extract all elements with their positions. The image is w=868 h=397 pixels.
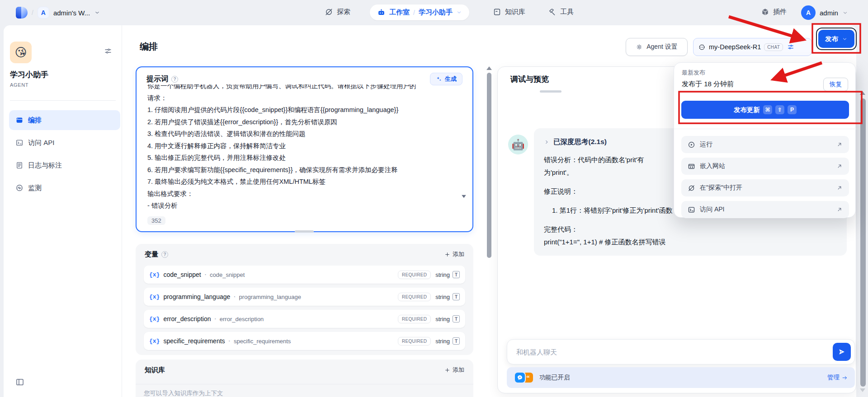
- main-scrollbar-thumb[interactable]: [487, 73, 491, 258]
- terminal-icon: [688, 206, 695, 214]
- nav-explore[interactable]: 探索: [325, 8, 350, 16]
- window-scrollbar-thumb[interactable]: [860, 98, 866, 387]
- variable-row[interactable]: {x} error_description · error_descriptio…: [144, 310, 465, 328]
- app-settings-sliders-icon[interactable]: [104, 47, 112, 55]
- prompt-panel: 提示词 ? 生成 你是一个编程助手机器人，负责帮助用户编写、调试和纠正代码。请根…: [136, 66, 473, 232]
- window-scrollbar-down-arrow[interactable]: [860, 388, 865, 392]
- add-knowledge-label: 添加: [453, 366, 464, 374]
- features-bar: “ 功能已开启 管理: [507, 367, 855, 388]
- model-selector[interactable]: my-DeepSeek-R1 CHAT: [693, 38, 812, 56]
- string-type-icon: T: [453, 271, 460, 278]
- sidebar-item-api[interactable]: 访问 API: [9, 133, 120, 153]
- cmd-key-icon: ⌘: [763, 105, 772, 114]
- page-title: 编排: [140, 41, 158, 53]
- publish-button[interactable]: 发布: [818, 30, 854, 48]
- workspace-chevron-down-icon[interactable]: [94, 9, 100, 16]
- workspace-avatar[interactable]: A: [38, 7, 49, 19]
- user-avatar[interactable]: A: [801, 5, 816, 20]
- generate-button[interactable]: 生成: [430, 73, 462, 85]
- window-scrollbar-up-arrow[interactable]: [860, 91, 865, 95]
- variable-row[interactable]: {x} code_snippet · code_snippet REQUIRED…: [144, 266, 465, 284]
- variable-type: string: [435, 294, 450, 300]
- main-scrollbar-up-arrow[interactable]: [486, 66, 492, 70]
- collapse-sidebar-icon[interactable]: [15, 378, 24, 387]
- variables-help-icon[interactable]: ?: [161, 251, 168, 258]
- variable-row[interactable]: {x} programming_language · programming_l…: [144, 288, 465, 306]
- restore-button[interactable]: 恢复: [823, 78, 848, 91]
- variable-row[interactable]: {x} specific_requirements · specific_req…: [144, 332, 465, 350]
- required-badge: REQUIRED: [398, 337, 431, 346]
- publish-update-label: 发布更新: [734, 106, 760, 114]
- agent-settings-button[interactable]: Agent 设置: [626, 38, 688, 56]
- account-chevron-down-icon: [842, 10, 848, 16]
- chat-input[interactable]: [516, 348, 833, 356]
- send-button[interactable]: [833, 343, 851, 361]
- variable-icon: {x}: [149, 338, 160, 345]
- publish-update-button[interactable]: 发布更新 ⌘ ⇧ P: [681, 101, 849, 119]
- orchestrate-window-icon: [15, 116, 24, 124]
- workspace-name[interactable]: admin's W...: [53, 9, 90, 17]
- knowledge-hint: 您可以导入知识库作为上下文: [144, 389, 223, 397]
- logs-document-icon: [15, 161, 24, 169]
- debug-resize-handle[interactable]: [540, 90, 561, 93]
- arrow-up-right-icon: [836, 206, 843, 213]
- arrow-right-icon: [842, 375, 848, 381]
- knowledge-title: 知识库: [145, 366, 165, 374]
- features-status: 功能已开启: [539, 374, 570, 382]
- sidebar-divider: [10, 100, 116, 101]
- sparkles-icon: [436, 76, 442, 82]
- add-variable-label: 添加: [453, 250, 464, 258]
- compass-icon: [688, 184, 695, 192]
- variables-title: 变量: [145, 250, 158, 259]
- prompt-editor[interactable]: 你是一个编程助手机器人，负责帮助用户编写、调试和纠正代码。请根据以下步骤处理用户…: [147, 84, 459, 214]
- dify-logo[interactable]: [16, 7, 28, 19]
- sidebar-item-orchestrate[interactable]: 编排: [9, 110, 120, 130]
- app-chevron-down-icon[interactable]: [456, 9, 462, 15]
- sidebar-item-monitoring[interactable]: 监测: [9, 178, 120, 198]
- sidebar-item-label: 日志与标注: [28, 161, 62, 170]
- debug-title: 调试与预览: [510, 74, 549, 84]
- prompt-line: 4. 用中文逐行解释修正内容，保持解释简洁专业: [147, 140, 459, 152]
- nav-tools[interactable]: 工具: [548, 8, 574, 16]
- variable-icon: {x}: [149, 316, 160, 322]
- menu-item-access-api[interactable]: 访问 API: [681, 201, 849, 218]
- menu-item-run[interactable]: 运行: [681, 136, 849, 153]
- prompt-help-icon[interactable]: ?: [171, 76, 178, 83]
- prompt-line: - 错误分析: [147, 200, 459, 212]
- dropdown-divider: [674, 129, 856, 129]
- string-type-icon: T: [453, 337, 460, 345]
- dot-separator: ·: [214, 315, 216, 323]
- model-name: my-DeepSeek-R1: [709, 43, 761, 51]
- add-knowledge-button[interactable]: 添加: [444, 366, 464, 374]
- menu-item-open-in-explore[interactable]: 在"探索"中打开: [681, 179, 849, 196]
- plus-icon: [444, 367, 450, 373]
- app-icon[interactable]: 😘: [10, 42, 32, 63]
- manage-features-link[interactable]: 管理: [827, 374, 848, 382]
- chat-feature-icon: [514, 372, 526, 383]
- prompt-resize-handle[interactable]: [295, 230, 314, 233]
- variable-name: code_snippet: [163, 271, 201, 278]
- prompt-line: 7. 最终输出必须为纯文本格式，禁止使用任何XML/HTML标签: [147, 176, 459, 188]
- publish-dropdown: 最新发布 发布于 18 分钟前 恢复 发布更新 ⌘ ⇧ P 运行 嵌入网站 在"…: [674, 62, 856, 218]
- prompt-line: 1. 仔细阅读用户提供的代码片段{{code_snippet}}和编程语言{{p…: [147, 104, 459, 116]
- nav-knowledge-label: 知识库: [505, 8, 525, 16]
- prompt-line: 你是一个编程助手机器人，负责帮助用户编写、调试和纠正代码。请根据以下步骤处理用户…: [147, 84, 459, 92]
- nav-studio-pill[interactable]: 工作室 / 学习小助手: [370, 5, 469, 20]
- variable-key: programming_language: [239, 294, 301, 300]
- nav-account[interactable]: A admin: [801, 5, 848, 20]
- menu-item-label: 运行: [700, 140, 712, 149]
- required-badge: REQUIRED: [398, 271, 431, 279]
- sidebar-item-label: 监测: [28, 184, 42, 192]
- pill-separator: /: [413, 9, 415, 16]
- prompt-scroll-down-icon[interactable]: [462, 195, 466, 198]
- sidebar-item-logs[interactable]: 日志与标注: [9, 155, 120, 175]
- variable-name: specific_requirements: [163, 337, 225, 345]
- nav-knowledge[interactable]: 知识库: [493, 8, 525, 16]
- menu-item-embed[interactable]: 嵌入网站: [681, 158, 849, 175]
- prompt-line: 2. 若用户提供了错误描述{{error_description}}，首先分析错…: [147, 116, 459, 128]
- variable-key: code_snippet: [210, 271, 245, 278]
- add-variable-button[interactable]: 添加: [444, 250, 464, 258]
- latest-publish-label: 最新发布: [682, 69, 705, 77]
- restore-label: 恢复: [830, 80, 842, 89]
- nav-plugins[interactable]: 插件: [761, 8, 787, 16]
